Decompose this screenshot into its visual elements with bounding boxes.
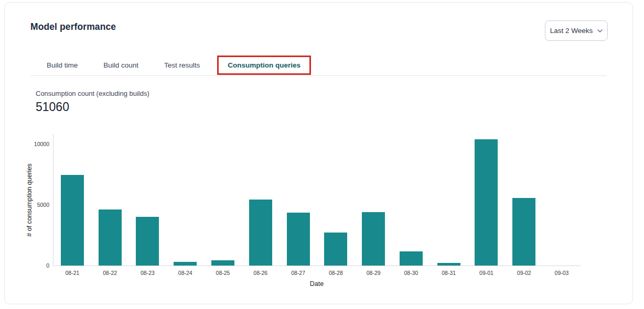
x-tick-label: 08-30	[392, 270, 430, 276]
chart-band: 09-03	[543, 134, 581, 266]
bar-08-24[interactable]	[174, 262, 197, 266]
page-title: Model performance	[30, 21, 116, 32]
chart-band: 08-22	[91, 134, 129, 266]
tab-build-time[interactable]: Build time	[47, 61, 78, 69]
chart-band: 09-01	[468, 134, 506, 266]
bar-08-29[interactable]	[362, 212, 385, 266]
y-axis-title: # of consumption queries	[26, 163, 33, 237]
tab-build-count[interactable]: Build count	[103, 61, 138, 69]
plot-area: 050001000008-2108-2208-2308-2408-2508-26…	[53, 134, 581, 266]
y-tick-label: 0	[46, 262, 49, 269]
bar-08-21[interactable]	[61, 175, 84, 266]
chart-band: 08-27	[280, 134, 317, 266]
chart-band: 08-24	[166, 134, 204, 266]
y-tick-label: 5000	[37, 202, 49, 208]
chevron-down-icon	[597, 29, 603, 32]
bar-09-02[interactable]	[512, 198, 535, 266]
x-tick-label: 08-26	[242, 270, 280, 276]
chart-band: 08-28	[317, 134, 355, 266]
bar-08-30[interactable]	[400, 251, 423, 266]
bar-08-26[interactable]	[249, 200, 272, 266]
x-tick-label: 08-25	[204, 270, 242, 276]
chart-band: 08-25	[204, 134, 242, 266]
bar-08-25[interactable]	[211, 260, 234, 266]
model-performance-card: Model performance Last 2 Weeks Build tim…	[4, 2, 633, 304]
y-tick-label: 10000	[34, 141, 49, 147]
chart-band: 08-23	[129, 134, 167, 266]
tab-consumption-queries[interactable]: Consumption queries	[228, 61, 300, 69]
metric-label: Consumption count (excluding builds)	[36, 90, 149, 97]
x-tick-label: 08-22	[91, 270, 129, 276]
bar-08-28[interactable]	[324, 233, 347, 266]
bar-08-23[interactable]	[136, 217, 159, 266]
x-tick-label: 09-02	[505, 270, 543, 276]
x-tick-label: 08-23	[129, 270, 167, 276]
chart-band: 08-21	[53, 134, 91, 266]
bar-08-27[interactable]	[287, 213, 310, 266]
bar-09-01[interactable]	[475, 139, 498, 266]
x-tick-label: 08-24	[166, 270, 204, 276]
tabs-divider	[30, 75, 606, 76]
chart-band: 09-02	[505, 134, 543, 266]
chart-band: 08-31	[430, 134, 468, 266]
x-tick-label: 09-01	[468, 270, 506, 276]
x-tick-label: 08-31	[430, 270, 468, 276]
x-tick-label: 08-27	[280, 270, 317, 276]
chart-band: 08-29	[355, 134, 392, 266]
x-tick-label: 08-29	[355, 270, 392, 276]
tabs-bar: Build time Build count Test results Cons…	[47, 57, 311, 73]
chart-band: 08-30	[392, 134, 430, 266]
x-tick-label: 08-28	[317, 270, 355, 276]
date-range-label: Last 2 Weeks	[550, 27, 593, 35]
x-axis-title: Date	[53, 280, 581, 288]
metric-value: 51060	[36, 100, 69, 114]
x-tick-label: 09-03	[543, 270, 581, 276]
x-tick-label: 08-21	[53, 270, 91, 276]
bar-08-22[interactable]	[99, 209, 122, 266]
bar-08-31[interactable]	[437, 263, 460, 266]
chart-band: 08-26	[242, 134, 280, 266]
tab-test-results[interactable]: Test results	[164, 61, 200, 69]
annotation-highlight-box: Consumption queries	[217, 56, 311, 75]
date-range-selector[interactable]: Last 2 Weeks	[545, 20, 608, 41]
